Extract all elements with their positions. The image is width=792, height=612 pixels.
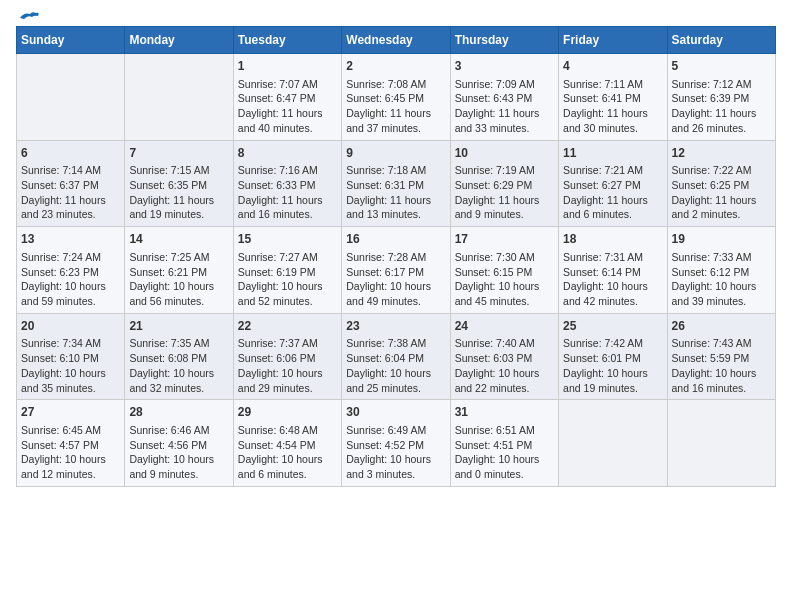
column-header-wednesday: Wednesday [342,27,450,54]
daylight-text: Daylight: 11 hours and 33 minutes. [455,106,554,135]
sunrise-text: Sunrise: 7:07 AM [238,77,337,92]
calendar-week-row: 20Sunrise: 7:34 AMSunset: 6:10 PMDayligh… [17,313,776,400]
column-header-monday: Monday [125,27,233,54]
calendar-cell [125,54,233,141]
calendar-cell [667,400,775,487]
daylight-text: Daylight: 11 hours and 2 minutes. [672,193,771,222]
sunset-text: Sunset: 6:01 PM [563,351,662,366]
sunset-text: Sunset: 6:43 PM [455,91,554,106]
calendar-cell: 10Sunrise: 7:19 AMSunset: 6:29 PMDayligh… [450,140,558,227]
sunset-text: Sunset: 4:57 PM [21,438,120,453]
sunset-text: Sunset: 6:47 PM [238,91,337,106]
day-number: 9 [346,145,445,162]
daylight-text: Daylight: 11 hours and 6 minutes. [563,193,662,222]
calendar-cell: 18Sunrise: 7:31 AMSunset: 6:14 PMDayligh… [559,227,667,314]
daylight-text: Daylight: 10 hours and 19 minutes. [563,366,662,395]
sunrise-text: Sunrise: 7:12 AM [672,77,771,92]
sunrise-text: Sunrise: 7:21 AM [563,163,662,178]
calendar-cell: 19Sunrise: 7:33 AMSunset: 6:12 PMDayligh… [667,227,775,314]
sunset-text: Sunset: 6:35 PM [129,178,228,193]
sunset-text: Sunset: 6:41 PM [563,91,662,106]
calendar-cell: 27Sunrise: 6:45 AMSunset: 4:57 PMDayligh… [17,400,125,487]
sunrise-text: Sunrise: 7:40 AM [455,336,554,351]
calendar-cell: 15Sunrise: 7:27 AMSunset: 6:19 PMDayligh… [233,227,341,314]
daylight-text: Daylight: 10 hours and 12 minutes. [21,452,120,481]
daylight-text: Daylight: 11 hours and 13 minutes. [346,193,445,222]
day-number: 5 [672,58,771,75]
calendar-cell: 2Sunrise: 7:08 AMSunset: 6:45 PMDaylight… [342,54,450,141]
sunrise-text: Sunrise: 7:27 AM [238,250,337,265]
calendar-cell: 20Sunrise: 7:34 AMSunset: 6:10 PMDayligh… [17,313,125,400]
calendar-cell: 31Sunrise: 6:51 AMSunset: 4:51 PMDayligh… [450,400,558,487]
day-number: 4 [563,58,662,75]
daylight-text: Daylight: 10 hours and 39 minutes. [672,279,771,308]
sunset-text: Sunset: 6:29 PM [455,178,554,193]
sunset-text: Sunset: 6:39 PM [672,91,771,106]
day-number: 7 [129,145,228,162]
daylight-text: Daylight: 10 hours and 25 minutes. [346,366,445,395]
sunrise-text: Sunrise: 7:16 AM [238,163,337,178]
daylight-text: Daylight: 11 hours and 19 minutes. [129,193,228,222]
day-number: 15 [238,231,337,248]
page-header [16,16,776,22]
calendar-cell: 23Sunrise: 7:38 AMSunset: 6:04 PMDayligh… [342,313,450,400]
daylight-text: Daylight: 11 hours and 37 minutes. [346,106,445,135]
sunset-text: Sunset: 6:04 PM [346,351,445,366]
sunrise-text: Sunrise: 7:24 AM [21,250,120,265]
calendar-cell: 24Sunrise: 7:40 AMSunset: 6:03 PMDayligh… [450,313,558,400]
daylight-text: Daylight: 11 hours and 16 minutes. [238,193,337,222]
sunset-text: Sunset: 6:10 PM [21,351,120,366]
sunset-text: Sunset: 6:37 PM [21,178,120,193]
sunset-text: Sunset: 6:12 PM [672,265,771,280]
sunrise-text: Sunrise: 6:45 AM [21,423,120,438]
day-number: 14 [129,231,228,248]
daylight-text: Daylight: 11 hours and 30 minutes. [563,106,662,135]
calendar-cell: 4Sunrise: 7:11 AMSunset: 6:41 PMDaylight… [559,54,667,141]
sunset-text: Sunset: 4:52 PM [346,438,445,453]
logo-bird-icon [18,10,40,26]
calendar-cell: 11Sunrise: 7:21 AMSunset: 6:27 PMDayligh… [559,140,667,227]
day-number: 29 [238,404,337,421]
calendar-cell: 12Sunrise: 7:22 AMSunset: 6:25 PMDayligh… [667,140,775,227]
calendar-cell [559,400,667,487]
sunset-text: Sunset: 4:54 PM [238,438,337,453]
daylight-text: Daylight: 10 hours and 9 minutes. [129,452,228,481]
daylight-text: Daylight: 11 hours and 40 minutes. [238,106,337,135]
day-number: 27 [21,404,120,421]
sunrise-text: Sunrise: 7:43 AM [672,336,771,351]
sunset-text: Sunset: 6:27 PM [563,178,662,193]
day-number: 18 [563,231,662,248]
sunset-text: Sunset: 6:03 PM [455,351,554,366]
day-number: 25 [563,318,662,335]
sunset-text: Sunset: 6:33 PM [238,178,337,193]
sunrise-text: Sunrise: 7:38 AM [346,336,445,351]
sunset-text: Sunset: 6:15 PM [455,265,554,280]
sunset-text: Sunset: 6:23 PM [21,265,120,280]
daylight-text: Daylight: 10 hours and 22 minutes. [455,366,554,395]
sunset-text: Sunset: 6:06 PM [238,351,337,366]
daylight-text: Daylight: 10 hours and 45 minutes. [455,279,554,308]
sunset-text: Sunset: 4:56 PM [129,438,228,453]
daylight-text: Daylight: 10 hours and 0 minutes. [455,452,554,481]
sunrise-text: Sunrise: 7:31 AM [563,250,662,265]
daylight-text: Daylight: 10 hours and 35 minutes. [21,366,120,395]
calendar-week-row: 6Sunrise: 7:14 AMSunset: 6:37 PMDaylight… [17,140,776,227]
calendar-table: SundayMondayTuesdayWednesdayThursdayFrid… [16,26,776,487]
calendar-cell: 22Sunrise: 7:37 AMSunset: 6:06 PMDayligh… [233,313,341,400]
sunset-text: Sunset: 6:31 PM [346,178,445,193]
daylight-text: Daylight: 10 hours and 3 minutes. [346,452,445,481]
daylight-text: Daylight: 10 hours and 6 minutes. [238,452,337,481]
calendar-cell: 14Sunrise: 7:25 AMSunset: 6:21 PMDayligh… [125,227,233,314]
daylight-text: Daylight: 10 hours and 29 minutes. [238,366,337,395]
calendar-cell: 21Sunrise: 7:35 AMSunset: 6:08 PMDayligh… [125,313,233,400]
calendar-cell: 3Sunrise: 7:09 AMSunset: 6:43 PMDaylight… [450,54,558,141]
sunrise-text: Sunrise: 7:15 AM [129,163,228,178]
sunrise-text: Sunrise: 6:48 AM [238,423,337,438]
calendar-cell: 7Sunrise: 7:15 AMSunset: 6:35 PMDaylight… [125,140,233,227]
sunset-text: Sunset: 5:59 PM [672,351,771,366]
day-number: 2 [346,58,445,75]
calendar-cell: 9Sunrise: 7:18 AMSunset: 6:31 PMDaylight… [342,140,450,227]
day-number: 26 [672,318,771,335]
sunrise-text: Sunrise: 7:18 AM [346,163,445,178]
day-number: 12 [672,145,771,162]
